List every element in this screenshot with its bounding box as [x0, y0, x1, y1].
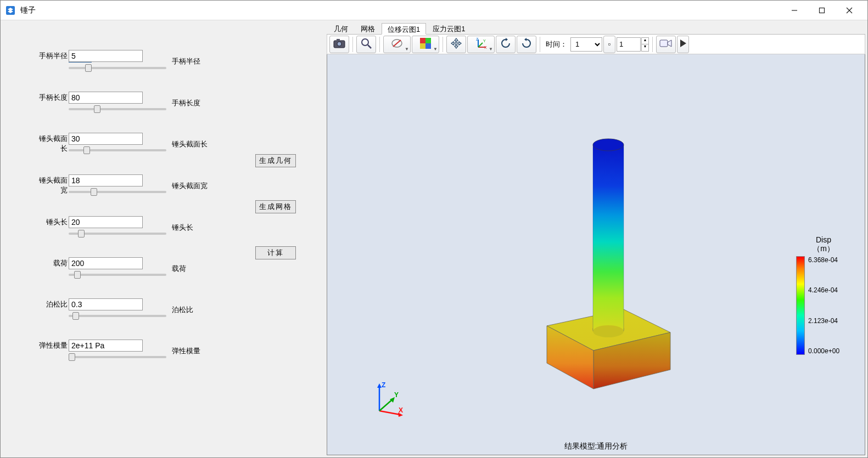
- erase-icon: [391, 38, 403, 50]
- svg-line-9: [368, 45, 371, 48]
- legend-colorbar: [796, 256, 805, 355]
- colormap-button[interactable]: ▼: [412, 36, 439, 53]
- param-row-load: 载荷 载荷: [36, 257, 316, 278]
- param-label2: 锤头长: [172, 216, 193, 233]
- record-button[interactable]: [656, 36, 676, 53]
- frame-input[interactable]: [617, 37, 641, 52]
- axes-icon: ZYX: [475, 37, 487, 51]
- head-section-length-slider[interactable]: [69, 149, 166, 151]
- head-length-slider[interactable]: [69, 233, 166, 235]
- camera-icon: [333, 38, 345, 50]
- param-label: 锤头截面长: [36, 133, 69, 154]
- move-icon: [450, 37, 462, 51]
- rotate-cw-icon: [500, 37, 512, 51]
- chevron-down-icon: ▼: [405, 47, 409, 52]
- minimize-button[interactable]: [781, 2, 808, 19]
- head-section-width-input[interactable]: [69, 174, 143, 186]
- poisson-input[interactable]: [69, 298, 143, 310]
- handle-radius-input[interactable]: [69, 50, 143, 62]
- time-label: 时间：: [546, 39, 567, 49]
- param-row-poisson: 泊松比 泊松比: [36, 298, 316, 319]
- param-label2: 泊松比: [172, 298, 193, 315]
- legend-ticks: 6.368e-04 4.246e-04 2.123e-04 0.000e+00: [808, 256, 839, 355]
- legend-unit: （m）: [796, 244, 851, 254]
- chevron-down-icon: ▼: [433, 47, 438, 52]
- svg-point-6: [337, 42, 341, 46]
- viewer-toolbar: ▼ ▼ ZYX▼ 时间： 1 ▫ ▲ ▼: [327, 35, 865, 54]
- close-button[interactable]: [836, 2, 863, 19]
- param-label: 锤头截面宽: [36, 174, 69, 195]
- legend-tick: 0.000e+00: [808, 347, 839, 355]
- action-column: 生成几何 生成网格 计算: [255, 154, 296, 259]
- axis-gizmo: Z Y X: [368, 381, 407, 419]
- tab-geometry[interactable]: 几何: [328, 22, 354, 34]
- param-label2: 载荷: [172, 257, 186, 274]
- view-panel: 几何 网格 位移云图1 应力云图1 ▼ ▼ ZYX▼ 时间： 1: [327, 22, 865, 455]
- legend-tick: 2.123e-04: [808, 317, 839, 325]
- play-icon: [679, 39, 687, 49]
- handle-length-slider[interactable]: [69, 108, 166, 110]
- generate-mesh-button[interactable]: 生成网格: [255, 200, 296, 213]
- skip-end-icon: ▫: [608, 40, 611, 48]
- tab-displacement[interactable]: 位移云图1: [382, 23, 426, 35]
- compute-button[interactable]: 计算: [255, 246, 296, 259]
- svg-point-26: [593, 325, 624, 337]
- head-section-length-input[interactable]: [69, 133, 143, 145]
- param-label2: 手柄半径: [172, 50, 200, 66]
- svg-rect-22: [660, 40, 668, 47]
- screenshot-button[interactable]: [329, 36, 349, 53]
- legend-tick: 6.368e-04: [808, 256, 839, 264]
- tab-bar: 几何 网格 位移云图1 应力云图1: [327, 22, 865, 35]
- axes-button[interactable]: ZYX▼: [467, 36, 495, 53]
- svg-text:Y: Y: [394, 391, 399, 399]
- colormap-icon: [420, 38, 431, 50]
- svg-text:X: X: [399, 406, 403, 414]
- erase-button[interactable]: ▼: [383, 36, 411, 53]
- load-slider[interactable]: [69, 274, 166, 276]
- tab-mesh[interactable]: 网格: [355, 22, 381, 34]
- svg-rect-12: [420, 38, 425, 43]
- svg-rect-14: [420, 43, 425, 49]
- tab-stress[interactable]: 应力云图1: [427, 22, 471, 34]
- play-button[interactable]: [677, 36, 689, 53]
- zoom-button[interactable]: [356, 36, 376, 53]
- svg-rect-2: [820, 8, 825, 13]
- frame-down-button[interactable]: ▼: [641, 44, 649, 52]
- app-body: 手柄半径 手柄半径 手柄长度 手柄长度 锤头截面长: [1, 20, 867, 457]
- parameter-panel: 手柄半径 手柄半径 手柄长度 手柄长度 锤头截面长: [3, 22, 327, 455]
- svg-rect-13: [425, 38, 431, 43]
- svg-line-11: [393, 40, 401, 47]
- rotate-cw-button[interactable]: [496, 36, 516, 53]
- time-select[interactable]: 1: [570, 37, 602, 52]
- young-modulus-slider[interactable]: [69, 356, 166, 358]
- head-length-input[interactable]: [69, 216, 143, 228]
- generate-geometry-button[interactable]: 生成几何: [255, 154, 296, 167]
- svg-line-18: [478, 43, 483, 47]
- svg-rect-15: [425, 43, 431, 49]
- param-label: 手柄半径: [36, 50, 69, 61]
- svg-text:Y: Y: [483, 39, 486, 43]
- head-section-width-slider[interactable]: [69, 191, 166, 193]
- young-modulus-input[interactable]: [69, 340, 143, 352]
- rotate-ccw-button[interactable]: [517, 36, 536, 53]
- handle-length-input[interactable]: [69, 92, 143, 104]
- svg-rect-7: [337, 39, 340, 41]
- poisson-slider[interactable]: [69, 315, 166, 317]
- result-caption: 结果模型:通用分析: [564, 442, 628, 451]
- viewport-3d[interactable]: Z Y X Disp （m） 6.368e-04 4.246e-04 2.123…: [327, 54, 865, 455]
- param-label: 锤头长: [36, 216, 69, 227]
- pan-button[interactable]: [446, 36, 466, 53]
- legend-tick: 4.246e-04: [808, 286, 839, 294]
- video-camera-icon: [659, 38, 673, 50]
- svg-text:X: X: [484, 46, 487, 49]
- load-input[interactable]: [69, 257, 143, 269]
- handle-radius-slider[interactable]: [69, 67, 166, 69]
- param-row-handle-length: 手柄长度 手柄长度: [36, 92, 316, 112]
- param-row-handle-radius: 手柄半径 手柄半径: [36, 50, 316, 71]
- time-end-button[interactable]: ▫: [603, 36, 615, 53]
- svg-point-25: [593, 139, 624, 151]
- frame-up-button[interactable]: ▲: [641, 37, 649, 44]
- param-row-head-section-length: 锤头截面长 锤头截面长: [36, 133, 316, 154]
- model-hammer: [486, 117, 706, 392]
- maximize-button[interactable]: [808, 2, 836, 19]
